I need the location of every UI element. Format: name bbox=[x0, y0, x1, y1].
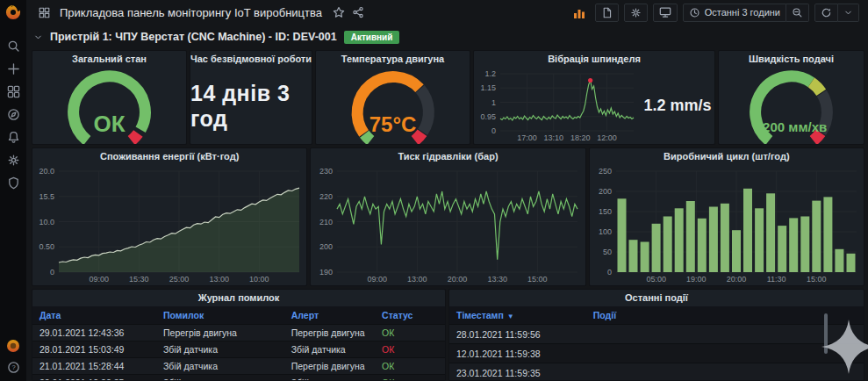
svg-text:05:00: 05:00 bbox=[646, 275, 666, 284]
panel-title[interactable]: Вібрація шпинделя bbox=[474, 51, 714, 68]
svg-text:20:00: 20:00 bbox=[726, 275, 746, 284]
panel-title[interactable]: Час безвідмовної роботи bbox=[190, 51, 312, 68]
panel-overall-status: Загальний стан ОК bbox=[32, 50, 187, 145]
column-header-1[interactable]: Дата bbox=[32, 306, 156, 325]
save-dashboard-button[interactable] bbox=[595, 4, 619, 22]
svg-text:200: 200 bbox=[319, 242, 333, 251]
overall-status-gauge: ОК bbox=[32, 68, 186, 144]
dashboards-icon[interactable] bbox=[7, 85, 20, 98]
panel-uptime: Час безвідмовної роботи 14 днів 3 год bbox=[190, 50, 312, 145]
table-row: 21.01.2021 15:28:44Збій датчикаПерегрів … bbox=[32, 358, 445, 375]
svg-text:20.0: 20.0 bbox=[39, 167, 54, 176]
vibration-stat-value: 1.2 mm/s bbox=[641, 68, 714, 144]
time-range-label: Останні 3 години bbox=[705, 7, 780, 18]
help-icon[interactable]: ? bbox=[7, 361, 20, 374]
svg-text:15:00: 15:00 bbox=[527, 275, 548, 284]
grafana-logo-icon[interactable] bbox=[5, 4, 21, 20]
svg-text:13:00: 13:00 bbox=[407, 275, 427, 284]
panel-title[interactable]: Журнал помилок bbox=[32, 290, 445, 306]
dashboard-grid-icon bbox=[39, 7, 50, 18]
pressure-chart: 23022021020019009:0013:0020:0013:3015:00 bbox=[311, 165, 585, 285]
panel-title[interactable]: Загальний стан bbox=[32, 51, 186, 68]
configuration-gear-icon[interactable] bbox=[7, 154, 20, 167]
column-header-1[interactable]: Тіместамп▼ bbox=[449, 306, 586, 325]
panel-title[interactable]: Споживання енергії (кВт·год) bbox=[32, 148, 306, 165]
explore-compass-icon[interactable] bbox=[7, 108, 20, 121]
svg-text:12:00: 12:00 bbox=[597, 133, 617, 142]
tv-mode-button[interactable] bbox=[653, 4, 678, 22]
add-icon[interactable] bbox=[7, 62, 20, 75]
svg-text:20:00: 20:00 bbox=[448, 275, 468, 284]
svg-text:0: 0 bbox=[607, 268, 612, 277]
uptime-value: 14 днів 3 год bbox=[190, 68, 312, 144]
events-table: Тіместамп▼Події28.01.2021 11:59:5612.01.… bbox=[449, 306, 864, 380]
panel-row-3: Журнал помилок ДатаПомилокАлертСтатус29.… bbox=[32, 289, 864, 381]
panel-motor-temperature: Температура двигуна 75°C bbox=[315, 50, 470, 145]
search-icon[interactable] bbox=[7, 40, 20, 53]
status-badge: Активний bbox=[344, 31, 400, 44]
motor-temperature-gauge: 75°C bbox=[316, 68, 470, 144]
refresh-interval-dropdown[interactable] bbox=[838, 4, 859, 22]
svg-text:200: 200 bbox=[599, 187, 612, 196]
svg-text:18:20: 18:20 bbox=[570, 133, 591, 142]
table-row: 29.01.2021 12:43:36Перегрів двигунаПерег… bbox=[32, 325, 445, 341]
svg-text:09:00: 09:00 bbox=[89, 275, 109, 284]
table-scrollbar-thumb[interactable] bbox=[824, 313, 828, 354]
svg-text:190: 190 bbox=[319, 268, 333, 277]
svg-text:220: 220 bbox=[319, 192, 333, 201]
svg-text:15:30: 15:30 bbox=[129, 275, 149, 284]
panel-production-cycle: Виробничий цикл (шт/год) 250200150100500… bbox=[589, 147, 864, 286]
panel-title[interactable]: Останні події bbox=[449, 290, 864, 306]
panel-row-1: Загальний стан ОК Час безвідмовної робот… bbox=[32, 50, 864, 145]
panel-hydraulic-pressure: Тиск гідравліки (бар) 23022021020019009:… bbox=[310, 147, 585, 286]
add-panel-icon[interactable] bbox=[572, 6, 586, 19]
panel-error-log: Журнал помилок ДатаПомилокАлертСтатус29.… bbox=[32, 289, 446, 381]
svg-text:09:00: 09:00 bbox=[368, 275, 388, 284]
column-header-2[interactable]: Події bbox=[586, 306, 864, 325]
svg-text:0.95: 0.95 bbox=[480, 112, 496, 121]
energy-chart: 20.015.510.00.50009:0015:3025:0013:0010:… bbox=[32, 165, 306, 285]
panel-title[interactable]: Швидкість подачі bbox=[719, 51, 864, 68]
column-header-4[interactable]: Статус bbox=[375, 306, 445, 325]
alerting-bell-icon[interactable] bbox=[7, 131, 20, 144]
svg-text:230: 230 bbox=[319, 167, 333, 176]
svg-text:25:00: 25:00 bbox=[169, 275, 190, 284]
column-header-3[interactable]: Алерт bbox=[284, 306, 375, 325]
table-row: 22.01.2021 12:22:35Збій датчикаЗбій датч… bbox=[32, 375, 445, 381]
svg-text:1.15: 1.15 bbox=[480, 83, 496, 92]
svg-text:?: ? bbox=[11, 363, 15, 371]
error-log-table: ДатаПомилокАлертСтатус29.01.2021 12:43:3… bbox=[32, 306, 445, 380]
panel-title[interactable]: Тиск гідравліки (бар) bbox=[311, 148, 585, 165]
device-row-title: Пристрій 1: ЧПУ Верстат (CNC Machine) - … bbox=[50, 31, 337, 43]
dashboard-title: Прикладова панель моніторингу IoT виробн… bbox=[60, 6, 322, 19]
svg-text:13:00: 13:00 bbox=[209, 275, 229, 284]
share-icon[interactable] bbox=[352, 6, 364, 18]
svg-text:0.50: 0.50 bbox=[39, 242, 54, 251]
panel-spindle-vibration: Вібрація шпинделя 1.21.1510.95017:0013:1… bbox=[473, 50, 715, 145]
dashboard-settings-button[interactable] bbox=[624, 4, 648, 22]
star-icon[interactable] bbox=[333, 6, 345, 18]
svg-text:15.5: 15.5 bbox=[39, 192, 54, 201]
svg-text:0: 0 bbox=[50, 268, 54, 277]
time-range-button[interactable]: Останні 3 години bbox=[683, 4, 786, 22]
zoom-out-time-button[interactable] bbox=[786, 4, 809, 22]
svg-text:50: 50 bbox=[603, 248, 612, 256]
user-avatar[interactable] bbox=[6, 339, 20, 353]
svg-text:13:30: 13:30 bbox=[488, 275, 508, 284]
server-admin-shield-icon[interactable] bbox=[7, 176, 20, 190]
production-bar-chart: 25020015010050005:0019:0020:0011:3015:00 bbox=[590, 165, 864, 285]
panel-title[interactable]: Температура двигуна bbox=[316, 51, 470, 68]
svg-text:1: 1 bbox=[491, 98, 496, 107]
svg-text:19:00: 19:00 bbox=[686, 275, 707, 284]
svg-text:0: 0 bbox=[491, 126, 496, 135]
device-row-header[interactable]: Пристрій 1: ЧПУ Верстат (CNC Machine) - … bbox=[33, 29, 399, 45]
panel-title[interactable]: Виробничий цикл (шт/год) bbox=[590, 148, 864, 165]
column-header-2[interactable]: Помилок bbox=[156, 306, 284, 325]
svg-text:210: 210 bbox=[319, 218, 333, 226]
panel-row-2: Споживання енергії (кВт·год) 20.015.510.… bbox=[32, 147, 864, 286]
table-row: 23.01.2021 11:59:35 bbox=[449, 363, 864, 381]
chevron-down-icon bbox=[33, 32, 43, 42]
vibration-chart: 1.21.1510.95017:0013:1018:2012:00 bbox=[474, 68, 641, 144]
refresh-button[interactable] bbox=[814, 4, 838, 22]
svg-text:15:00: 15:00 bbox=[807, 275, 827, 284]
